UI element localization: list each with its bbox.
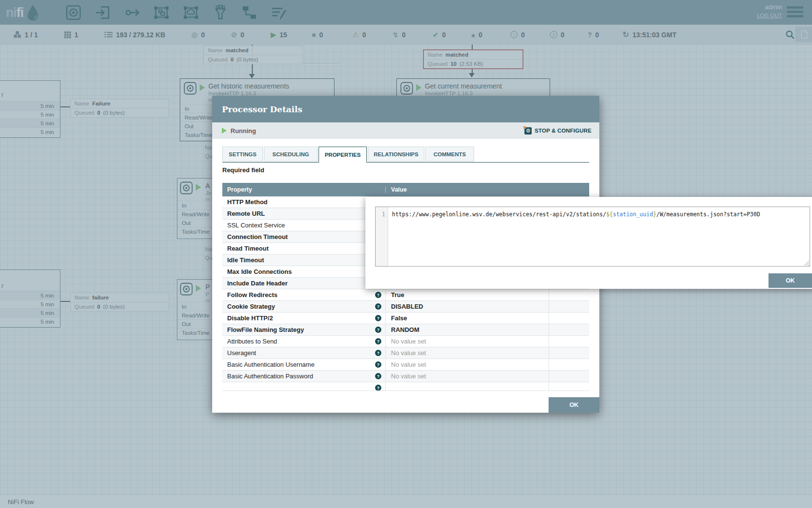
dialog-status-bar: Running ⚙ STOP & CONFIGURE — [212, 122, 599, 139]
property-name-cell: Read Timeout — [222, 243, 386, 254]
property-name: Attributes to Send — [227, 338, 277, 345]
help-icon[interactable]: ? — [375, 327, 381, 333]
property-name-cell: ? — [222, 382, 386, 391]
property-name-cell: Max Idle Connections — [222, 266, 386, 277]
tab-scheduling[interactable]: SCHEDULING — [264, 147, 318, 162]
help-icon[interactable]: ? — [375, 292, 381, 298]
property-value-cell: No value set — [386, 347, 549, 359]
help-icon[interactable]: ? — [375, 350, 381, 356]
property-value-cell: No value set — [386, 371, 549, 382]
tab-properties[interactable]: PROPERTIES — [319, 147, 367, 163]
property-name: HTTP Method — [227, 198, 268, 206]
property-name: Connection Timeout — [227, 233, 288, 240]
row-spacer — [549, 359, 589, 370]
property-name-cell: FlowFile Naming Strategy? — [222, 324, 386, 335]
property-row: Follow Redirects?True — [222, 289, 589, 301]
url-segment-ref: station_uuid — [613, 211, 653, 218]
row-spacer — [549, 313, 589, 324]
property-name: Basic Authentication Username — [227, 361, 315, 368]
property-row: Cookie Strategy?DISABLED — [222, 301, 589, 313]
property-name-cell: Cookie Strategy? — [222, 301, 386, 312]
property-name-cell: Basic Authentication Username? — [222, 359, 386, 370]
property-name: Cookie Strategy — [227, 303, 275, 310]
property-name: SSL Context Service — [227, 222, 285, 229]
help-icon[interactable]: ? — [375, 303, 381, 310]
property-value: True — [391, 291, 404, 299]
property-name: Idle Timeout — [227, 256, 264, 264]
editor-ok-button[interactable]: OK — [768, 273, 812, 288]
property-row: Useragent?No value set — [222, 347, 589, 359]
property-value: DISABLED — [391, 303, 423, 310]
property-value: No value set — [391, 361, 426, 368]
properties-table-header: Property Value — [222, 183, 589, 196]
row-spacer — [549, 289, 589, 300]
property-name-cell: Follow Redirects? — [222, 289, 386, 300]
property-name-cell: Remote URL — [222, 208, 386, 219]
help-icon[interactable]: ? — [375, 385, 381, 391]
property-row: Basic Authentication Username?No value s… — [222, 359, 589, 371]
run-status-label: Running — [231, 127, 256, 134]
property-name: Basic Authentication Password — [227, 373, 313, 380]
property-value-cell: DISABLED — [386, 301, 549, 312]
property-row: ? — [222, 382, 589, 391]
url-segment-plain: /W/measurements.json?start=P30D — [656, 211, 760, 218]
property-name-cell: Idle Timeout — [222, 254, 386, 266]
line-number-gutter: 1 — [376, 207, 388, 266]
help-icon[interactable]: ? — [375, 315, 381, 321]
tab-settings[interactable]: SETTINGS — [222, 147, 263, 162]
stop-and-configure-button[interactable]: ⚙ STOP & CONFIGURE — [524, 122, 592, 139]
value-editor-frame: 1 https://www.pegelonline.wsv.de/webserv… — [375, 207, 810, 267]
property-name-cell: Basic Authentication Password? — [222, 371, 386, 382]
url-segment-brace: ${ — [606, 211, 613, 218]
running-play-icon — [222, 128, 227, 134]
help-icon[interactable]: ? — [375, 373, 381, 379]
property-value-cell: False — [386, 313, 549, 324]
property-row: FlowFile Naming Strategy?RANDOM — [222, 324, 589, 336]
property-value: False — [391, 314, 407, 322]
property-value: No value set — [391, 349, 426, 357]
property-value-cell: True — [386, 289, 549, 300]
property-name: Include Date Header — [227, 280, 288, 287]
tab-comments[interactable]: COMMENTS — [425, 147, 474, 162]
property-name: FlowFile Naming Strategy — [227, 326, 304, 333]
property-value: RANDOM — [391, 326, 420, 333]
property-name-cell: SSL Context Service — [222, 220, 386, 231]
ok-button[interactable]: OK — [549, 397, 599, 413]
help-icon[interactable]: ? — [375, 361, 381, 368]
property-name: Useragent — [227, 349, 256, 357]
dialog-title: Processor Details — [222, 105, 303, 114]
property-name-cell: Useragent? — [222, 347, 386, 359]
help-icon[interactable]: ? — [375, 338, 381, 344]
row-spacer — [549, 347, 589, 359]
tab-relationships[interactable]: RELATIONSHIPS — [368, 147, 424, 162]
row-spacer — [549, 382, 589, 391]
property-name-cell: Connection Timeout — [222, 231, 386, 242]
required-field-note: Required field — [222, 166, 264, 174]
property-name: Max Idle Connections — [227, 268, 292, 275]
property-value: No value set — [391, 338, 426, 345]
property-name-cell: Attributes to Send? — [222, 336, 386, 347]
row-spacer — [549, 301, 589, 312]
url-segment-plain: https://www.pegelonline.wsv.de/webservic… — [392, 211, 606, 218]
property-name: Disable HTTP/2 — [227, 314, 273, 322]
property-value-cell: No value set — [386, 359, 549, 370]
property-name-cell: Include Date Header — [222, 278, 386, 289]
property-name: Remote URL — [227, 210, 265, 217]
row-spacer — [549, 336, 589, 347]
property-row: Attributes to Send?No value set — [222, 336, 589, 347]
property-name-cell: HTTP Method — [222, 196, 386, 208]
property-name: Read Timeout — [227, 245, 269, 252]
property-name-cell: Disable HTTP/2? — [222, 313, 386, 324]
property-row: Disable HTTP/2?False — [222, 313, 589, 324]
property-value-cell: RANDOM — [386, 324, 549, 335]
url-segment-brace: } — [653, 211, 656, 218]
dialog-tabs: SETTINGSSCHEDULINGPROPERTIESRELATIONSHIP… — [222, 147, 589, 163]
dialog-header: Processor Details — [212, 96, 599, 122]
value-column-header: Value — [386, 186, 407, 193]
remote-url-value-input[interactable]: https://www.pegelonline.wsv.de/webservic… — [388, 207, 810, 266]
property-row: Basic Authentication Password?No value s… — [222, 371, 589, 382]
value-editor-popup: 1 https://www.pegelonline.wsv.de/webserv… — [365, 197, 812, 289]
row-spacer — [549, 324, 589, 335]
property-name: Follow Redirects — [227, 291, 277, 299]
gear-icon: ⚙ — [524, 127, 532, 134]
